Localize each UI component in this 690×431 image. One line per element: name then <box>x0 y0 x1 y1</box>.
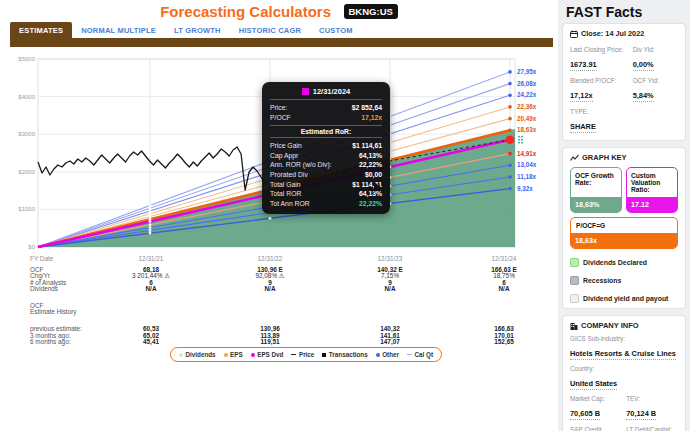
custom-valuation-ratio-box[interactable]: Custom Valuation Ratio: 17.12 <box>626 167 678 213</box>
tooltip-label: Cap Appr <box>270 151 298 161</box>
table-cell: 12/31/21 <box>92 256 210 262</box>
key-dividends-declared[interactable]: Dividends Declared <box>570 258 678 267</box>
multiple-label: 20,49x <box>517 115 537 123</box>
chart-tooltip: 12/31/2024 Price:$2 852,64 P/OCF17,12x E… <box>262 82 390 214</box>
table-cell: 147,07 <box>330 339 450 345</box>
company-info-card: COMPANY INFO GICS Sub-industry: Hotels R… <box>562 315 686 431</box>
legend-item-other[interactable]: Other <box>376 351 399 358</box>
endpoint-dot <box>508 163 512 167</box>
tab-lt-growth[interactable]: LT GROWTH <box>165 22 230 38</box>
table-cell: N/A <box>92 286 210 292</box>
ocf-yld-value: 5,84% <box>633 91 654 102</box>
tab-underline-bar <box>10 38 553 47</box>
field-label: GICS Sub-industry: <box>570 335 678 342</box>
endpoint-dot <box>508 117 512 121</box>
main-panel: Forecasting Calculators BKNG:US ESTIMATE… <box>0 0 558 431</box>
price-line <box>38 147 265 190</box>
div-yld-value: 0,00% <box>633 60 654 71</box>
tooltip-label: Ann. ROR (w/o Div): <box>270 160 332 170</box>
tab-historic-cagr[interactable]: HISTORIC CAGR <box>230 22 310 38</box>
endpoint-dot <box>508 128 512 132</box>
field-label: Last Closing Price: <box>570 46 633 53</box>
multiple-label: 26,08x <box>517 80 537 88</box>
field-label: OCF Yld: <box>633 77 678 84</box>
tooltip-pointer-icon <box>374 182 381 192</box>
field-label: TYPE: <box>570 108 633 115</box>
y-axis-tick: $4000 <box>18 94 35 100</box>
table-cell: 119,51 <box>210 339 330 345</box>
table-row-fy-date: FY Date 12/31/21 12/31/22 12/31/23 12/31… <box>30 256 558 262</box>
legend-item-transactions[interactable]: Transactions <box>322 351 367 358</box>
tooltip-value: $1 114,61 <box>352 141 382 151</box>
chart-series-legend: Dividends EPS EPS Dvd Price Transactions… <box>170 347 442 362</box>
table-cell: 12/31/23 <box>330 256 450 262</box>
gridline-dot <box>149 226 152 229</box>
endpoint-dot <box>508 175 512 179</box>
series-color-swatch-icon <box>302 88 309 95</box>
transactions-marker-icon <box>322 353 326 357</box>
gics-sub-industry-value: Hotels Resorts & Cruise Lines <box>570 349 676 360</box>
field-label: TEV: <box>626 395 678 402</box>
custom-ratio-drag-dot[interactable] <box>506 135 515 144</box>
drag-handle-icon[interactable] <box>518 136 523 144</box>
page-title: Forecasting Calculators <box>160 3 331 20</box>
y-axis-tick: $0 <box>28 244 35 250</box>
line-chart-icon <box>570 154 579 162</box>
tev-value: 70,124 B <box>626 409 656 420</box>
multiple-label: 13,04x <box>517 161 537 169</box>
gridline-dot <box>149 207 152 210</box>
table-cell: 45,41 <box>92 339 210 345</box>
endpoint-dot <box>508 152 512 156</box>
legend-item-eps[interactable]: EPS <box>224 351 243 358</box>
key-dividend-yield-payout[interactable]: Dividend yield and payout <box>570 294 678 303</box>
tooltip-label: Total Gain <box>270 180 301 190</box>
legend-item-eps-dvd[interactable]: EPS Dvd <box>251 351 284 358</box>
tab-estimates[interactable]: ESTIMATES <box>10 22 72 38</box>
gridline-dot <box>149 223 152 226</box>
legend-item-price[interactable]: Price <box>291 351 314 358</box>
tooltip-label: Price Gain <box>270 141 302 151</box>
market-cap-value: 70,605 B <box>570 409 600 420</box>
tooltip-value: 64,13% <box>359 151 382 161</box>
multiple-label: 24,22x <box>517 91 537 99</box>
gridline-dot <box>149 210 152 213</box>
endpoint-dot <box>508 82 512 86</box>
field-label: S&P Credit <box>570 426 626 431</box>
type-value: SHARE <box>570 122 596 133</box>
tooltip-value: 17,12x <box>361 113 382 123</box>
building-icon <box>570 322 578 330</box>
company-info-title: COMPANY INFO <box>581 321 639 330</box>
country-value: United States <box>570 379 617 390</box>
tab-normal-multiple[interactable]: NORMAL MULTIPLE <box>72 22 165 38</box>
field-label: Market Cap: <box>570 395 626 402</box>
table-cell: N/A <box>330 286 450 292</box>
legend-item-dividends[interactable]: Dividends <box>179 351 216 358</box>
table-cell: 152,65 <box>450 339 558 345</box>
y-axis-tick: $2000 <box>18 169 35 175</box>
endpoint-dot <box>508 93 512 97</box>
eps-dvd-marker-icon <box>251 353 255 357</box>
gridline-dot <box>149 212 152 215</box>
ocf-growth-rate-box: OCF Growth Rate: 18,63% <box>570 167 622 213</box>
multiple-label: 9,32x <box>517 185 533 193</box>
tooltip-label: Prorated Div <box>270 170 308 180</box>
multiple-label: 14,91x <box>517 150 537 158</box>
gridline-dot <box>149 204 152 207</box>
endpoint-dot <box>508 105 512 109</box>
gridline-dot <box>149 215 152 218</box>
key-recessions[interactable]: Recessions <box>570 276 678 285</box>
multiple-label: 27,95x <box>517 68 537 76</box>
table-cell: N/A <box>210 286 330 292</box>
endpoint-dot <box>508 187 512 191</box>
legend-item-cal-qt[interactable]: Cal Qt <box>407 351 433 358</box>
multiple-label: 22,36x <box>517 103 537 111</box>
tooltip-label: Price: <box>270 103 287 113</box>
page-header: Forecasting Calculators BKNG:US <box>0 2 558 20</box>
other-marker-icon <box>376 353 380 357</box>
table-row-6-months-ago: 6 months ago: 45,41 119,51 147,07 152,65 <box>30 339 558 345</box>
y-axis-tick: $3000 <box>18 131 35 137</box>
tooltip-value: 22,22% <box>359 160 382 170</box>
blended-pocf-value: 17,12x <box>570 91 593 102</box>
field-label: Country: <box>570 365 678 372</box>
tab-custom[interactable]: CUSTOM <box>310 22 362 38</box>
